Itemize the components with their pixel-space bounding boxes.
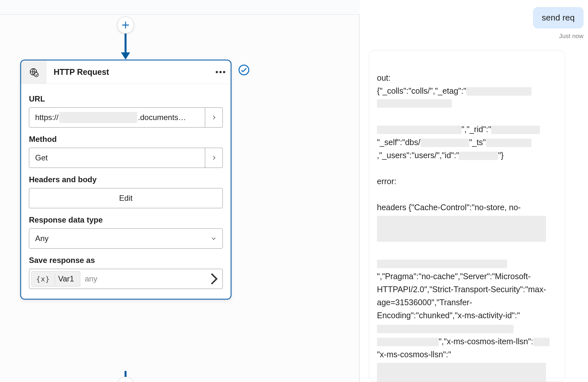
chevron-right-icon bbox=[211, 155, 217, 161]
chat-pane: send req Just now out: {"_colls":"colls/… bbox=[360, 0, 588, 382]
redacted bbox=[421, 139, 469, 147]
out-p2: ","_rid":" bbox=[461, 125, 491, 134]
plus-icon bbox=[121, 381, 130, 382]
redacted bbox=[486, 139, 531, 147]
headers-p1: headers {"Cache-Control":"no-store, no- bbox=[377, 203, 521, 212]
redacted bbox=[377, 260, 507, 268]
out-p4: "_ts" bbox=[469, 138, 486, 147]
add-step-top-button[interactable] bbox=[117, 17, 134, 34]
redacted bbox=[377, 216, 546, 242]
variable-token[interactable]: {x} Var1 bbox=[31, 271, 80, 287]
url-prefix: https:// bbox=[35, 113, 59, 122]
redacted bbox=[491, 126, 540, 134]
redacted bbox=[377, 325, 514, 333]
node-body: URL https:// .documents… Method Ge bbox=[21, 84, 231, 299]
output-text: out: {"_colls":"colls/","_etag":" ","_ri… bbox=[377, 58, 557, 382]
canvas-pane[interactable]: HTTP Request ••• URL https:// .documents… bbox=[0, 14, 360, 382]
response-type-select[interactable]: Any bbox=[29, 228, 223, 249]
variable-name: Var1 bbox=[58, 274, 77, 283]
out-p5: ,"_users":"users/","id":" bbox=[377, 151, 459, 160]
method-select[interactable]: Get bbox=[29, 148, 223, 168]
response-type-value: Any bbox=[29, 234, 205, 243]
connector-arrow bbox=[123, 34, 128, 60]
svg-point-2 bbox=[239, 65, 249, 75]
plus-icon bbox=[121, 20, 130, 30]
status-valid-icon bbox=[238, 64, 250, 76]
headers-p2: ","Pragma":"no-cache","Server":"Microsof… bbox=[377, 272, 546, 320]
out-p1: {"_colls":"colls/","_etag":" bbox=[377, 86, 466, 95]
add-step-bottom-button[interactable] bbox=[117, 377, 134, 382]
response-type-chevron[interactable] bbox=[205, 229, 222, 248]
globe-arrow-icon bbox=[21, 61, 47, 84]
redacted bbox=[466, 87, 531, 96]
url-label: URL bbox=[29, 94, 223, 103]
out-p6: "} bbox=[498, 151, 503, 160]
redacted bbox=[377, 338, 439, 346]
app-root: HTTP Request ••• URL https:// .documents… bbox=[0, 0, 588, 382]
out-label: out: bbox=[377, 73, 391, 82]
assistant-output-card: out: {"_colls":"colls/","_etag":" ","_ri… bbox=[369, 50, 565, 382]
headers-p4: "x-ms-cosmos-llsn":" bbox=[377, 350, 451, 359]
url-suffix: .documents… bbox=[138, 113, 186, 122]
url-redacted bbox=[59, 112, 137, 123]
response-type-label: Response data type bbox=[29, 215, 223, 225]
redacted bbox=[459, 152, 498, 160]
http-request-node[interactable]: HTTP Request ••• URL https:// .documents… bbox=[20, 60, 232, 300]
error-label: error: bbox=[377, 177, 396, 186]
url-expand-button[interactable] bbox=[205, 108, 222, 127]
node-header: HTTP Request ••• bbox=[21, 61, 231, 84]
out-p3: "_self":"dbs/ bbox=[377, 138, 421, 147]
message-timestamp: Just now bbox=[559, 33, 583, 40]
method-value: Get bbox=[29, 153, 205, 162]
chevron-right-icon bbox=[205, 270, 222, 288]
save-as-variable[interactable]: {x} Var1 any bbox=[29, 269, 223, 289]
user-message-bubble[interactable]: send req bbox=[533, 7, 583, 28]
method-label: Method bbox=[29, 135, 223, 144]
variable-type: any bbox=[85, 274, 98, 283]
redacted bbox=[377, 126, 461, 134]
headers-p3: ","x-ms-cosmos-item-llsn": bbox=[439, 337, 533, 346]
chevron-right-icon bbox=[211, 115, 217, 120]
save-as-label: Save response as bbox=[29, 256, 223, 265]
url-value: https:// .documents… bbox=[29, 112, 205, 123]
redacted bbox=[377, 99, 452, 108]
variable-badge: {x} bbox=[32, 273, 55, 285]
svg-point-1 bbox=[34, 73, 38, 77]
headers-body-label: Headers and body bbox=[29, 175, 223, 184]
chevron-down-icon bbox=[211, 236, 217, 241]
redacted bbox=[533, 338, 550, 346]
redacted bbox=[377, 363, 546, 382]
node-title: HTTP Request bbox=[47, 67, 211, 77]
edit-headers-body-button[interactable]: Edit bbox=[29, 188, 223, 208]
canvas-inner: HTTP Request ••• URL https:// .documents… bbox=[0, 15, 359, 382]
url-input[interactable]: https:// .documents… bbox=[29, 107, 223, 128]
save-as-expand-button[interactable] bbox=[205, 269, 222, 289]
more-horizontal-icon[interactable]: ••• bbox=[211, 67, 231, 77]
method-expand-button[interactable] bbox=[205, 148, 222, 168]
